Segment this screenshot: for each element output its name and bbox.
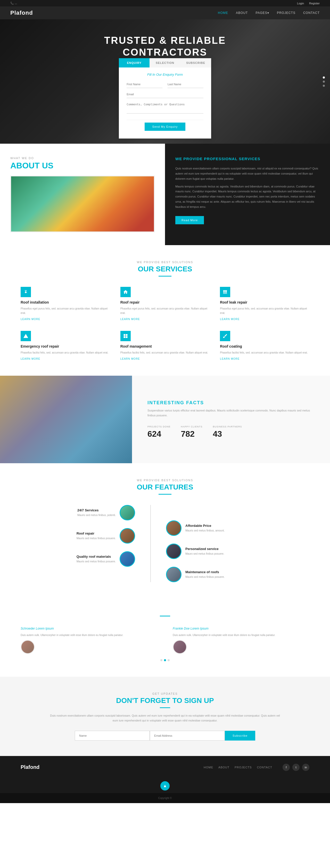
footer-nav-about[interactable]: ABOUT [218,766,229,769]
back-to-top-button[interactable]: ▲ [160,781,170,790]
services-tag: We provide best Solutions [21,260,309,264]
service-name-3: Emergency roof repair [21,344,110,348]
about-title: ABOUT US [10,161,155,170]
service-name-0: Roof installation [21,300,110,304]
tab-subscribe[interactable]: SUBSCRIBE [181,58,211,67]
nav-home[interactable]: HOME [218,11,228,15]
feature-left-0: 24/7 Services Mauris sed metus finibus, … [77,505,135,520]
feature-text-2: Quality roof materials Mauris sed metus … [77,555,116,564]
roof-installation-icon-wrap [21,287,31,297]
nav-projects[interactable]: PROJECTS [277,11,296,15]
feature-left-2: Quality roof materials Mauris sed metus … [77,551,135,567]
hero-dot-3[interactable] [323,85,325,87]
service-item-coating: Roof coating Phasellus facilisi felis, s… [220,331,309,360]
service-item-roof-installation: Roof installation Phasellus eget purus f… [21,287,110,320]
nav-about[interactable]: ABOUT [236,11,248,15]
hero-dot-1[interactable] [323,76,325,79]
stat-partners-label: BUSINESS PARTNERS [213,425,242,428]
twitter-icon[interactable]: t [292,764,300,771]
testi-dot-2[interactable] [164,659,166,661]
learn-more-3[interactable]: Learn More [21,358,110,360]
comments-input[interactable] [127,101,203,114]
testi-dots [21,659,309,661]
hero-title: TRUSTED & RELIABLE CONTRACTORS [104,35,226,58]
roof-repair-icon-wrap [120,287,131,297]
testimonials-section: Schroeder Lorem Ipsum Duis autem vulk. U… [0,598,330,677]
emergency-icon-wrap [21,331,31,341]
tab-enquiry[interactable]: ENQUIRY [119,58,149,67]
feature-img-r1 [166,544,182,559]
service-item-leak-repair: Roof leak repair Phasellus eget purus fe… [220,287,309,320]
management-icon-wrap [120,331,131,341]
footer: Plafond HOME ABOUT PROJECTS CONTACT f t … [0,756,330,803]
testi-dot-3[interactable] [168,659,170,661]
linkedin-icon[interactable]: in [302,764,309,771]
learn-more-0[interactable]: Learn More [21,318,110,320]
footer-main: Plafond HOME ABOUT PROJECTS CONTACT f t … [0,756,330,779]
emergency-icon [23,334,28,339]
learn-more-1[interactable]: Learn More [120,318,210,320]
feature-name-r2: Maintenance of roofs [185,570,224,574]
features-tag: We provide best Solutions [21,479,309,482]
feature-name-0: 24/7 Services [77,508,116,512]
signup-name-input[interactable] [75,731,150,741]
service-name-2: Roof leak repair [220,300,309,304]
features-layout: 24/7 Services Mauris sed metus finibus, … [21,505,309,582]
about-para-2: Mauris tempus commodo lectus ac agosta. … [175,184,320,210]
footer-logo: Plafond [21,764,39,770]
signup-form: Subscribe [75,731,255,741]
grid-icon [123,334,128,339]
learn-more-4[interactable]: Learn More [120,358,210,360]
submit-button[interactable]: Send My Enquiry [145,123,186,131]
nav-contact[interactable]: CONTACT [303,11,320,15]
learn-more-2[interactable]: Learn More [220,318,309,320]
feature-desc-r2: Mauris sed metus finibus posuere. [185,575,224,579]
last-name-input[interactable] [168,81,203,88]
feature-desc-0: Mauris sed metus finibus, potenti. [77,513,116,517]
login-link[interactable]: Login [297,2,304,5]
footer-nav-home[interactable]: HOME [204,766,213,769]
services-title: OUR SERVICES [21,265,309,273]
phone-number: 📞 ... [10,2,17,5]
enquiry-form: Fill In Our Enquiry Form Send My Enquiry [119,67,211,138]
testi-item-2: Frankie Doe Lorem Ipsum Duis autem vulk.… [173,627,309,654]
facebook-icon[interactable]: f [282,764,290,771]
facts-title: INTERESTING FACTS [147,400,314,406]
features-section: We provide best Solutions OUR FEATURES 2… [0,463,330,598]
coating-icon-wrap [220,331,230,341]
about-tag: What We do [10,157,155,160]
service-desc-5: Phasellus facilisi felis, sed. accumsan … [220,350,309,355]
feature-desc-1: Mauris sed metus finibus posuere. [77,536,116,540]
footer-nav-contact[interactable]: CONTACT [257,766,272,769]
services-title: WE PROVIDE PROFESSIONAL SERVICES [175,157,320,161]
services-section: We provide best Solutions OUR SERVICES R… [0,245,330,376]
service-desc-4: Phasellus facilisi felis, sed. accumsan … [120,350,210,355]
feature-img-r2 [166,567,182,582]
tab-selection[interactable]: SELECTION [149,58,180,67]
email-input[interactable] [127,91,203,98]
footer-nav-projects[interactable]: PROJECTS [235,766,252,769]
stat-projects-label: PROJECTS DONE [147,425,171,428]
nav-pages[interactable]: PAGES▾ [255,11,269,15]
enquiry-section: ENQUIRY SELECTION SUBSCRIBE Fill In Our … [119,58,211,138]
signup-email-input[interactable] [150,731,225,741]
feature-right-2: Maintenance of roofs Mauris sed metus fi… [166,567,309,582]
testi-text-1: Duis autem vulk. Ullamcorpher in volupta… [21,633,157,637]
hero-dots [323,76,325,87]
learn-more-5[interactable]: Learn More [220,358,309,360]
about-right: WE PROVIDE PROFESSIONAL SERVICES Quis no… [165,144,330,245]
subscribe-button[interactable]: Subscribe [225,731,255,741]
first-name-input[interactable] [127,81,162,88]
features-right: Affordable Price Mauris sed metus finibu… [150,505,309,582]
hero-dot-2[interactable] [323,81,325,83]
read-more-button[interactable]: Read More [175,216,204,224]
register-link[interactable]: Register [309,2,320,5]
feature-desc-2: Mauris sed metus finibus posuere. [77,560,116,564]
testi-dot-1[interactable] [160,659,162,661]
feature-desc-r1: Mauro sed metus finibus posuere. [185,552,224,556]
nav-links: HOME ABOUT PAGES▾ PROJECTS CONTACT [218,11,320,15]
footer-copyright: Copyright © [0,793,330,803]
feature-right-1: Personalized service Mauro sed metus fin… [166,544,309,559]
signup-title: DON'T FORGET TO SIGN UP [21,696,309,705]
stat-projects: PROJECTS DONE 624 [147,425,171,439]
